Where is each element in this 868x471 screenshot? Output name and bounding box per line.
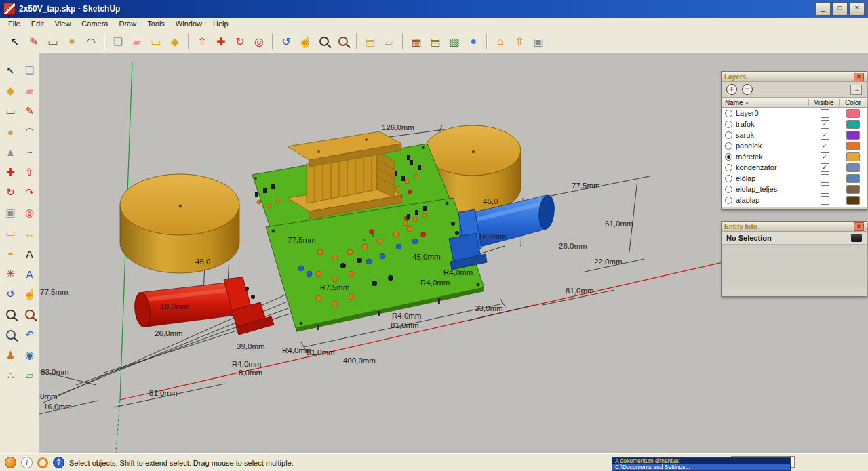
column-visible[interactable]: Visible [809,99,840,106]
layer-color-swatch[interactable] [846,163,860,172]
layer-name[interactable]: alaplap [736,196,810,204]
photo-textures-icon[interactable]: ▧ [445,32,464,51]
eraser-tool[interactable]: ▰ [127,32,146,51]
pan-tool[interactable]: ☝ [20,285,39,304]
circle-tool[interactable]: ● [1,122,20,141]
axes-tool[interactable]: ✳ [1,264,20,283]
layer-radio-button[interactable] [725,164,732,171]
menu-draw[interactable]: Draw [113,18,142,29]
move-tool[interactable]: ✚ [1,163,20,182]
zoom-extents-tool[interactable] [334,32,353,51]
layers-close-icon[interactable]: × [854,73,864,81]
dimension-label[interactable]: R7,5mm [320,283,349,291]
arc-tool[interactable]: ◠ [81,32,100,51]
dimension-label[interactable]: 83,0mm [41,368,69,376]
layer-visible-checkbox[interactable]: ✓ [821,142,829,150]
layer-row[interactable]: kondenzator✓ [722,162,867,173]
dimension-label[interactable]: 61,0mm [605,220,633,228]
instructor-icon[interactable] [5,457,16,468]
look-around-tool[interactable]: ◉ [20,346,39,365]
rectangle-tool[interactable]: ▭ [1,102,20,121]
layer-row[interactable]: méretek✓ [722,151,867,162]
menu-edit[interactable]: Edit [26,18,50,29]
layer-radio-button[interactable] [725,186,732,193]
layer-name[interactable]: trafok [736,120,810,128]
menu-file[interactable]: File [3,18,26,29]
rectangle-tool[interactable]: ▭ [43,32,62,51]
layer-name[interactable]: előlap [736,174,810,182]
menu-view[interactable]: View [50,18,77,29]
layer-row[interactable]: panelek✓ [722,140,867,151]
move-tool[interactable]: ✚ [212,32,231,51]
arc-tool[interactable]: ◠ [20,122,39,141]
menu-help[interactable]: Help [208,18,234,29]
layer-radio-button[interactable] [725,175,732,182]
layer-name[interactable]: saruk [736,131,810,139]
dimension-label[interactable]: 81,0mm [391,321,419,329]
layer-radio-button[interactable] [725,153,732,161]
close-button[interactable]: × [849,2,865,16]
paint-bucket-tool[interactable]: ◆ [165,32,184,51]
line-tool[interactable]: ✎ [20,102,39,121]
zoom-tool[interactable] [315,32,334,51]
select-tool[interactable]: ↖ [1,61,20,80]
dimension-tool[interactable]: ↔ [20,224,39,243]
column-name[interactable]: Name▴ [722,99,809,106]
layer-color-swatch[interactable] [846,120,860,129]
layer-color-swatch[interactable] [846,109,860,118]
dimension-label[interactable]: 22,0mm [594,258,623,266]
toggle-terrain-icon[interactable]: ▤ [426,32,445,51]
layer-visible-checkbox[interactable] [821,109,829,118]
push-pull-tool[interactable]: ⇧ [193,32,212,51]
dimension-label[interactable]: 26,0mm [559,242,587,250]
layer-radio-button[interactable] [725,142,732,150]
layer-name[interactable]: elolap_teljes [736,185,810,193]
add-location-icon[interactable]: ▦ [407,32,426,51]
3d-text-tool[interactable]: A [20,264,39,283]
entity-details-icon[interactable] [851,234,862,242]
offset-tool[interactable]: ◎ [20,203,39,222]
dimension-label[interactable]: 8,0mm [239,369,262,377]
line-tool[interactable]: ✎ [24,32,43,51]
maximize-button[interactable]: □ [832,2,848,16]
entity-info-close-icon[interactable]: × [854,222,864,231]
tape-measure-tool[interactable]: ▭ [1,224,20,243]
layer-visible-checkbox[interactable] [821,174,829,183]
layer-radio-button[interactable] [725,110,732,117]
layer-row[interactable]: saruk✓ [722,129,867,140]
tape-measure-tool[interactable]: ▭ [146,32,165,51]
make-component-tool[interactable]: ❏ [108,32,127,51]
dimension-label[interactable]: R4,0mm [443,268,473,277]
menu-camera[interactable]: Camera [76,18,113,29]
layer-row[interactable]: Layer0 [722,108,867,119]
dimension-label[interactable]: 39,0mm [237,342,265,350]
get-models-icon[interactable]: ⌂ [491,32,510,51]
menu-tools[interactable]: Tools [142,18,170,29]
layer-radio-button[interactable] [725,197,732,204]
dimension-label[interactable]: 77,5mm [572,182,600,190]
layer-name[interactable]: Layer0 [736,109,810,117]
zoom-tool[interactable] [1,305,20,324]
dimension-label[interactable]: 45,0 [483,197,498,205]
dimension-label[interactable]: 45,0 [195,258,210,266]
layer-name[interactable]: méretek [736,152,810,161]
layer-visible-checkbox[interactable]: ✓ [821,131,829,140]
layer-color-swatch[interactable] [846,185,860,194]
make-component-tool[interactable]: ❏ [20,61,39,80]
offset-tool[interactable]: ◎ [250,32,269,51]
eraser-tool[interactable]: ▰ [20,81,39,100]
dimension-label[interactable]: 26,0mm [155,329,183,337]
dimension-label[interactable]: 0mm [40,392,58,401]
dimension-label[interactable]: 81,0mm [307,348,335,356]
zoom-window-tool[interactable] [1,325,20,344]
dimension-label[interactable]: 126,0mm [382,123,414,131]
rotate-tool[interactable]: ↻ [231,32,250,51]
layer-visible-checkbox[interactable]: ✓ [821,152,829,161]
polygon-tool[interactable]: ▲ [1,142,20,161]
follow-me-tool[interactable]: ↷ [20,183,39,202]
layer-radio-button[interactable] [725,121,732,128]
layer-radio-button[interactable] [725,131,732,139]
dimension-label[interactable]: R4,0mm [420,279,450,287]
add-layer-button[interactable]: + [726,84,737,95]
layers-detail-arrow-icon[interactable]: → [850,85,862,95]
